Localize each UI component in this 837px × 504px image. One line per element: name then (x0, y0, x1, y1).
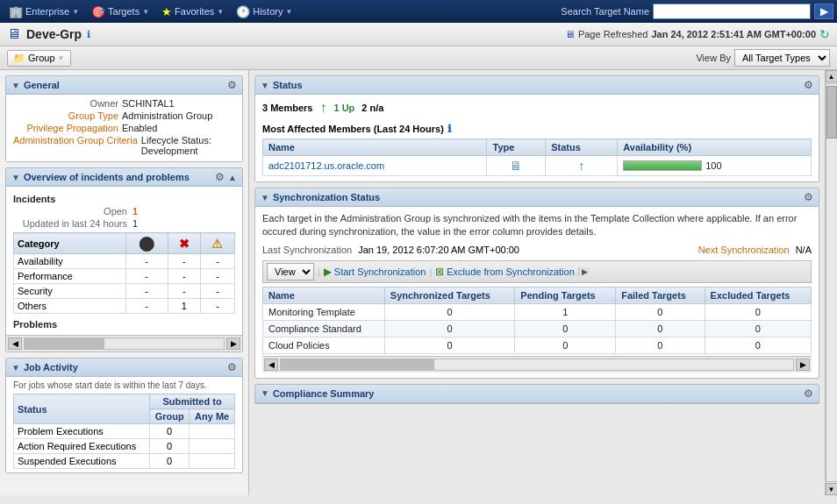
sync-synced-val: 0 (384, 337, 515, 353)
start-sync-button[interactable]: ▶ Start Synchronization (324, 266, 426, 278)
affected-info-icon[interactable]: ℹ (447, 123, 452, 135)
group-button[interactable]: 📁 Group ▼ (7, 50, 71, 67)
nav-targets[interactable]: 🎯 Targets ▼ (86, 4, 154, 20)
sync-scroll-thumb (281, 359, 434, 370)
general-collapse-icon[interactable]: ▼ (11, 81, 20, 90)
job-group-val: 0 (150, 424, 190, 439)
sync-toolbar-right-arrow[interactable]: ▶ (578, 267, 590, 276)
favorites-chevron: ▼ (217, 8, 224, 16)
up-arrow-icon: ↑ (319, 100, 326, 116)
sync-scroll-right[interactable]: ▶ (796, 358, 810, 371)
sync-synced-header: Synchronized Targets (384, 287, 515, 303)
compliance-section-header: ▼ Compliance Summary ⚙ (255, 385, 819, 403)
scroll-up-arrow[interactable]: ▲ (826, 70, 838, 82)
category-row: Security - - - (14, 284, 235, 299)
view-by-row: View By All Target Types (696, 49, 830, 67)
sync-pending-header: Pending Targets (515, 287, 616, 303)
history-chevron: ▼ (285, 8, 292, 16)
favorites-label: Favorites (175, 6, 214, 17)
overview-section-header: ▼ Overview of incidents and problems ⚙ ▲ (6, 168, 242, 187)
group-type-row: Group Type Administration Group (13, 110, 235, 121)
start-sync-icon: ▶ (324, 266, 332, 278)
page-header: 🖥 Deve-Grp ℹ 🖥 Page Refreshed Jan 24, 20… (0, 23, 837, 46)
info-icon[interactable]: ℹ (87, 29, 90, 40)
cat-name: Others (14, 299, 126, 314)
search-go-button[interactable]: ▶ (814, 4, 833, 19)
members-count: 3 Members (262, 103, 312, 113)
job-title-text: Job Activity (24, 362, 78, 373)
admin-group-label: Administration Group Criteria (13, 135, 138, 156)
scroll-left-arrow[interactable]: ◀ (8, 337, 22, 350)
sync-title-text: Synchronization Status (273, 192, 380, 202)
view-by-select[interactable]: All Target Types (734, 49, 830, 67)
sync-section: ▼ Synchronization Status ⚙ Each target i… (254, 188, 819, 379)
sync-row: Monitoring Template 0 1 0 0 (263, 303, 812, 320)
nav-favorites[interactable]: ★ Favorites ▼ (156, 4, 229, 20)
type-icon: 🖥 (510, 159, 522, 173)
compliance-collapse-icon[interactable]: ▼ (261, 388, 269, 398)
owner-value: SCHINTAL1 (122, 98, 175, 109)
overview-gear-icon[interactable]: ⚙ (215, 171, 225, 183)
page-title: Deve-Grp (26, 27, 82, 41)
overview-content: Incidents Open 1 Updated in last 24 hour… (6, 187, 242, 335)
sync-scroll-left[interactable]: ◀ (264, 358, 278, 371)
sync-item-name: Compliance Standard (263, 320, 385, 337)
cat-c1: - (125, 254, 168, 269)
status-section-header: ▼ Status ⚙ (255, 76, 819, 95)
sync-content: Each target in the Administration Group … (255, 207, 819, 378)
scroll-down-arrow[interactable]: ▼ (826, 483, 838, 495)
updated-label: Updated in last 24 hours (13, 218, 127, 229)
status-up-icon: ↑ (578, 159, 584, 173)
sync-item-name: Monitoring Template (263, 303, 385, 320)
cat-c1: - (125, 299, 168, 314)
sync-item-name: Cloud Policies (263, 337, 385, 353)
right-panel-container: ▼ Status ⚙ 3 Members ↑ 1 Up 2 n/a Most A… (249, 70, 837, 495)
general-gear-icon[interactable]: ⚙ (227, 79, 237, 91)
sync-collapse-icon[interactable]: ▼ (261, 193, 269, 202)
last-sync-value: Jan 19, 2012 6:07:20 AM GMT+00:00 (358, 245, 519, 255)
incidents-title: Incidents (13, 194, 235, 204)
overview-scroll-up[interactable]: ▲ (228, 173, 237, 182)
category-table: Category ⬤ ✖ ⚠ Availability - - - Perfor… (13, 232, 235, 314)
overview-collapse-icon[interactable]: ▼ (11, 173, 20, 182)
status-collapse-icon[interactable]: ▼ (261, 81, 269, 90)
target-name[interactable]: adc2101712.us.oracle.com (263, 156, 487, 176)
search-input[interactable] (653, 4, 811, 19)
members-row: 3 Members ↑ 1 Up 2 n/a (262, 100, 812, 116)
compliance-gear-icon[interactable]: ⚙ (804, 387, 813, 400)
cat-c3: - (200, 299, 234, 314)
job-row: Problem Executions 0 (14, 424, 235, 439)
nav-enterprise[interactable]: 🏢 Enterprise ▼ (4, 4, 84, 20)
exclude-sync-button[interactable]: ⊠ Exclude from Synchronization (435, 266, 575, 278)
enterprise-label: Enterprise (25, 6, 69, 17)
job-anyme-val (190, 424, 235, 439)
view-dropdown[interactable]: View (267, 263, 314, 280)
cat-c3: - (200, 284, 234, 299)
status-gear-icon[interactable]: ⚙ (804, 79, 813, 91)
table-row: adc2101712.us.oracle.com 🖥 ↑ (263, 156, 812, 176)
cat-c3: - (200, 269, 234, 284)
page-refresh: 🖥 Page Refreshed Jan 24, 2012 2:51:41 AM… (565, 27, 830, 41)
admin-group-row: Administration Group Criteria Lifecycle … (13, 135, 235, 156)
nav-history[interactable]: 🕐 History ▼ (231, 4, 297, 20)
general-content: Owner SCHINTAL1 Group Type Administratio… (6, 95, 242, 161)
search-area: Search Target Name ▶ (561, 4, 833, 19)
group-type-label: Group Type (13, 110, 118, 121)
cat-name-header: Category (14, 233, 126, 254)
targets-icon: 🎯 (91, 5, 105, 18)
job-group-header: Group (150, 409, 190, 424)
target-status: ↑ (546, 156, 618, 176)
sync-scrollbar: ◀ ▶ (262, 356, 812, 373)
availability-fill (624, 161, 701, 170)
scroll-right-arrow[interactable]: ▶ (226, 337, 240, 350)
sync-excluded-val: 0 (705, 320, 811, 337)
sync-gear-icon[interactable]: ⚙ (804, 191, 813, 203)
refresh-button[interactable]: ↻ (819, 27, 830, 41)
priv-prop-label: Privilege Propagation (13, 123, 118, 133)
lifecycle-label: Lifecycle Status: (141, 135, 211, 146)
job-collapse-icon[interactable]: ▼ (11, 363, 20, 373)
sync-synced-val: 0 (384, 320, 515, 337)
toolbar-row: 📁 Group ▼ View By All Target Types (0, 46, 837, 70)
sync-description: Each target in the Administration Group … (262, 212, 812, 239)
job-gear-icon[interactable]: ⚙ (227, 361, 237, 373)
